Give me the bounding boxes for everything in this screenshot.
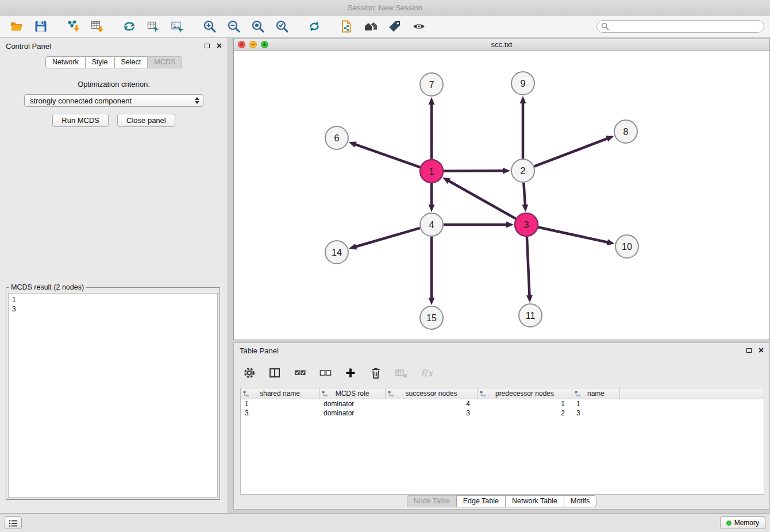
new-network-button[interactable]: [120, 18, 139, 35]
tab-style[interactable]: Style: [85, 56, 115, 68]
tab-motifs[interactable]: Motifs: [564, 495, 596, 507]
graph-edge-2-9[interactable]: [520, 96, 526, 159]
column-header-name[interactable]: name: [572, 388, 620, 399]
graph-edge-2-3[interactable]: [522, 183, 528, 212]
close-window-icon[interactable]: [238, 41, 245, 48]
network-canvas[interactable]: 7968124314101511: [234, 51, 769, 340]
zoom-out-icon: [227, 20, 241, 33]
main-toolbar: [0, 16, 770, 37]
graph-node-6[interactable]: 6: [325, 126, 348, 149]
zoom-fit-button[interactable]: [248, 18, 268, 35]
tab-network-table[interactable]: Network Table: [505, 495, 564, 507]
graph-node-9[interactable]: 9: [511, 72, 534, 95]
graph-edge-3-11[interactable]: [526, 237, 533, 303]
network-view-button[interactable]: [144, 18, 163, 35]
application-window: Session: New Session Control Panel Netwo…: [0, 0, 770, 532]
attribute-icon: [480, 391, 486, 397]
style-button[interactable]: [385, 18, 405, 35]
settings-gear-button[interactable]: [242, 365, 257, 380]
zoom-in-button[interactable]: [200, 18, 220, 35]
export-image-button[interactable]: [168, 18, 187, 35]
close-table-panel-icon[interactable]: [759, 346, 764, 355]
graph-edge-4-14[interactable]: [349, 228, 420, 250]
open-session-file-button[interactable]: [337, 18, 356, 35]
table-body: 1dominator4113dominator323: [241, 399, 764, 418]
graph-edge-1-6[interactable]: [349, 141, 420, 167]
graph-edge-2-8[interactable]: [534, 136, 614, 166]
graph-edge-4-15[interactable]: [429, 237, 435, 305]
zoom-selected-button[interactable]: [272, 18, 292, 35]
function-builder-button: [419, 365, 434, 380]
split-columns-button[interactable]: [267, 365, 282, 380]
graph-node-15[interactable]: 15: [420, 306, 443, 329]
tab-node-table[interactable]: Node Table: [407, 495, 457, 507]
unselect-all-button[interactable]: [318, 365, 333, 380]
graph-node-8[interactable]: 8: [614, 120, 637, 143]
mcds-result-list[interactable]: 13: [8, 293, 218, 498]
tab-edge-table[interactable]: Edge Table: [456, 495, 506, 507]
tab-network[interactable]: Network: [45, 56, 86, 68]
memory-status-icon: [726, 521, 732, 526]
graph-edge-3-1[interactable]: [442, 178, 516, 219]
refresh-view-button[interactable]: [305, 18, 324, 35]
column-header-mcds-role[interactable]: MCDS role: [319, 388, 386, 399]
run-mcds-button[interactable]: Run MCDS: [52, 114, 109, 127]
window-titlebar[interactable]: Session: New Session: [0, 0, 770, 16]
graph-edge-3-10[interactable]: [538, 227, 615, 245]
list-icon: [9, 519, 18, 527]
home-button[interactable]: [361, 18, 380, 35]
select-all-button[interactable]: [292, 365, 307, 380]
import-network-button[interactable]: [63, 18, 83, 35]
graph-node-4[interactable]: 4: [420, 213, 443, 236]
network-graph[interactable]: 7968124314101511: [234, 51, 769, 340]
open-session-button[interactable]: [7, 18, 26, 35]
add-row-button[interactable]: [343, 365, 358, 380]
column-header-predecessor-nodes[interactable]: predecessor nodes: [478, 388, 572, 399]
control-panel-header: Control Panel: [0, 38, 228, 54]
graph-edge-1-4[interactable]: [429, 183, 435, 212]
tab-select[interactable]: Select: [114, 56, 148, 68]
add-row-icon: [344, 367, 357, 379]
minimize-window-icon[interactable]: [249, 41, 257, 48]
zoom-out-button[interactable]: [224, 18, 244, 35]
float-table-panel-icon[interactable]: [746, 348, 752, 353]
svg-text:8: 8: [623, 127, 629, 137]
delete-row-button[interactable]: [368, 365, 383, 380]
import-table-button[interactable]: [87, 18, 107, 35]
node-table: shared nameMCDS rolesuccessor nodesprede…: [240, 388, 764, 495]
graph-node-14[interactable]: 14: [325, 241, 348, 264]
close-panel-button[interactable]: Close panel: [117, 114, 175, 127]
graph-node-2[interactable]: 2: [511, 159, 534, 182]
open-session-file-icon: [340, 20, 353, 33]
float-panel-icon[interactable]: [205, 44, 210, 48]
graph-node-3[interactable]: 3: [515, 213, 538, 236]
tab-mcds[interactable]: MCDS: [147, 56, 182, 68]
show-graphics-button[interactable]: [409, 18, 429, 35]
memory-label: Memory: [734, 519, 759, 527]
table-row[interactable]: 1dominator411: [241, 399, 764, 408]
column-header-shared-name[interactable]: shared name: [241, 388, 319, 399]
graph-node-1[interactable]: 1: [420, 160, 443, 183]
table-panel-tabs: Node TableEdge TableNetwork TableMotifs: [234, 495, 769, 507]
export-image-icon: [171, 20, 184, 33]
toolbar-group: [200, 18, 292, 35]
table-panel: Table Panel shared nameMCDS rolesuccesso…: [233, 342, 770, 510]
graph-node-10[interactable]: 10: [615, 235, 638, 258]
close-panel-icon[interactable]: [217, 41, 222, 51]
network-window-titlebar[interactable]: scc.txt: [234, 38, 769, 51]
graph-edge-4-3[interactable]: [444, 222, 514, 228]
graph-edge-1-7[interactable]: [429, 97, 435, 159]
memory-button[interactable]: Memory: [720, 516, 765, 529]
save-session-button[interactable]: [31, 18, 51, 35]
table-row[interactable]: 3dominator323: [241, 408, 764, 418]
graph-node-7[interactable]: 7: [420, 73, 443, 96]
column-header-label: predecessor nodes: [495, 390, 554, 398]
column-header-successor-nodes[interactable]: successor nodes: [386, 388, 478, 399]
search-input[interactable]: [596, 20, 764, 33]
maximize-window-icon[interactable]: [261, 41, 268, 48]
graph-node-11[interactable]: 11: [519, 304, 542, 327]
network-window: scc.txt 7968124314101511: [233, 38, 770, 340]
criterion-dropdown[interactable]: strongly connected component: [24, 94, 203, 107]
graph-edge-1-2[interactable]: [444, 168, 510, 174]
show-panels-button[interactable]: [5, 516, 22, 529]
